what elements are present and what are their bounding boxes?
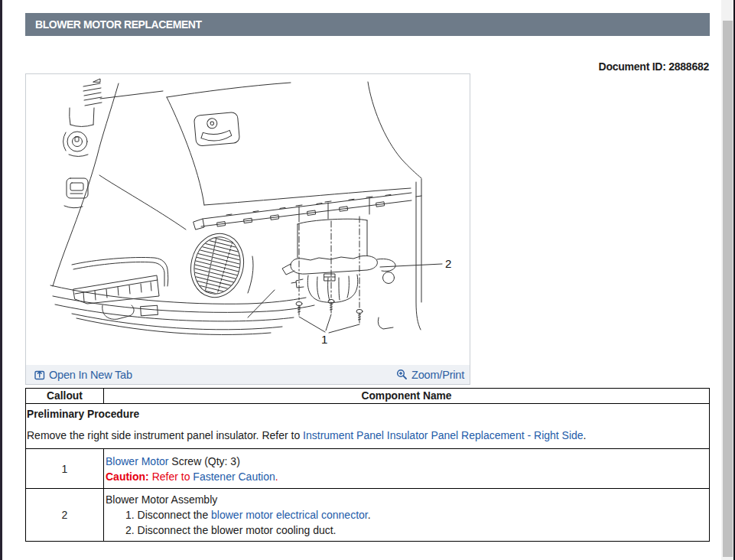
open-in-new-tab-link[interactable]: Open In New Tab <box>34 369 132 381</box>
screw-2 <box>328 299 334 313</box>
preliminary-cell: Preliminary Procedure Remove the right s… <box>26 404 710 449</box>
fastener-caution-link[interactable]: Fastener Caution <box>193 470 275 483</box>
floor-console <box>50 257 314 334</box>
caution-mid: Refer to <box>149 470 194 483</box>
step1-after: . <box>368 509 371 521</box>
caution-after: . <box>275 470 278 483</box>
row1-line1-rest: Screw (Qty: 3) <box>168 455 239 467</box>
procedure-title-bar: BLOWER MOTOR REPLACEMENT <box>25 13 710 36</box>
electrical-connector-link[interactable]: blower motor electrical connector <box>211 509 368 521</box>
window-left-edge <box>0 0 2 560</box>
figure-box: 1 2 <box>25 73 470 385</box>
console-curves <box>53 83 186 286</box>
procedure-title: BLOWER MOTOR REPLACEMENT <box>35 18 202 31</box>
callout-2-cell: 2 <box>26 489 104 542</box>
step1-number: 1. <box>125 509 135 521</box>
service-info-page: BLOWER MOTOR REPLACEMENT Document ID: 28… <box>0 0 735 560</box>
screws-and-callouts: 1 2 <box>296 217 451 346</box>
document-id: Document ID: 2888682 <box>599 60 709 73</box>
col-header-callout: Callout <box>26 389 104 404</box>
row2-step-2: 2. Disconnect the blower motor cooling d… <box>125 523 707 538</box>
dash-center-stack <box>63 79 102 208</box>
figure-footer: Open In New Tab Zoom/Print <box>26 365 470 384</box>
open-in-new-tab-label: Open In New Tab <box>49 369 132 381</box>
col-header-component: Component Name <box>104 389 710 404</box>
preliminary-text: Remove the right side instrument panel i… <box>27 429 707 441</box>
open-in-new-tab-icon <box>34 370 45 380</box>
glove-box-latch <box>194 112 239 146</box>
scrollbar-thumb[interactable] <box>723 21 733 557</box>
caution-label: Caution: <box>106 470 149 483</box>
table-row-2: 2 Blower Motor Assembly 1. Disconnect th… <box>26 489 710 542</box>
row1-component-cell: Blower Motor Screw (Qty: 3) Caution: Ref… <box>104 449 710 489</box>
step1-before: Disconnect the <box>135 509 211 521</box>
preliminary-text-after: . <box>584 429 587 441</box>
row2-step-1: 1. Disconnect the blower motor electrica… <box>125 507 707 523</box>
mounting-rail <box>194 193 411 230</box>
insulator-replacement-link[interactable]: Instrument Panel Insulator Panel Replace… <box>303 429 584 441</box>
callout-table: Callout Component Name Preliminary Proce… <box>25 388 710 542</box>
zoom-print-link[interactable]: Zoom/Print <box>396 369 464 381</box>
step2-text: Disconnect the blower motor cooling duct… <box>135 524 337 536</box>
preliminary-text-before: Remove the right side instrument panel i… <box>27 429 303 441</box>
figure-callout-2: 2 <box>445 257 451 270</box>
table-header-row: Callout Component Name <box>26 389 710 404</box>
table-row-1: 1 Blower Motor Screw (Qty: 3) Caution: R… <box>26 449 710 489</box>
row2-component-cell: Blower Motor Assembly 1. Disconnect the … <box>104 489 710 542</box>
zoom-print-label: Zoom/Print <box>411 369 464 381</box>
glove-box <box>167 82 421 205</box>
row1-line1: Blower Motor Screw (Qty: 3) <box>106 454 707 469</box>
screw-3 <box>356 309 363 323</box>
figure-callout-1: 1 <box>321 333 327 346</box>
preliminary-title: Preliminary Procedure <box>27 409 707 420</box>
blower-motor-link[interactable]: Blower Motor <box>106 455 168 467</box>
step2-number: 2. <box>125 524 135 536</box>
row1-caution-line: Caution: Refer to Fastener Caution. <box>106 469 707 484</box>
zoom-print-icon <box>396 369 408 380</box>
vent-grille <box>183 228 254 304</box>
callout-1-cell: 1 <box>26 449 104 489</box>
preliminary-row: Preliminary Procedure Remove the right s… <box>26 404 710 449</box>
blower-motor-illustration: 1 2 <box>26 74 470 365</box>
row2-title: Blower Motor Assembly <box>106 492 707 507</box>
